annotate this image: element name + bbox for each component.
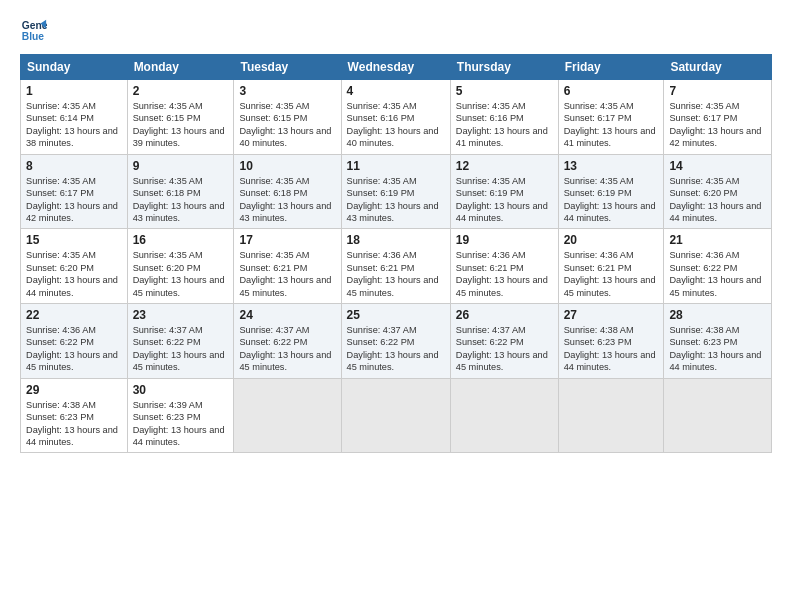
day-info: Sunrise: 4:35 AMSunset: 6:18 PMDaylight:…	[239, 175, 335, 225]
day-info: Sunrise: 4:38 AMSunset: 6:23 PMDaylight:…	[564, 324, 659, 374]
day-number: 3	[239, 84, 335, 98]
day-number: 27	[564, 308, 659, 322]
calendar-table: Sunday Monday Tuesday Wednesday Thursday…	[20, 54, 772, 453]
table-row: 25 Sunrise: 4:37 AMSunset: 6:22 PMDaylig…	[341, 304, 450, 379]
svg-text:Blue: Blue	[22, 31, 45, 42]
day-number: 9	[133, 159, 229, 173]
day-number: 29	[26, 383, 122, 397]
day-number: 10	[239, 159, 335, 173]
day-info: Sunrise: 4:38 AMSunset: 6:23 PMDaylight:…	[669, 324, 766, 374]
table-row: 20 Sunrise: 4:36 AMSunset: 6:21 PMDaylig…	[558, 229, 664, 304]
page: General Blue Sunday Monday Tuesday Wedne…	[0, 0, 792, 612]
empty-cell	[450, 378, 558, 453]
day-info: Sunrise: 4:36 AMSunset: 6:21 PMDaylight:…	[347, 249, 445, 299]
col-saturday: Saturday	[664, 55, 772, 80]
day-info: Sunrise: 4:35 AMSunset: 6:21 PMDaylight:…	[239, 249, 335, 299]
day-number: 12	[456, 159, 553, 173]
empty-cell	[664, 378, 772, 453]
day-number: 28	[669, 308, 766, 322]
day-info: Sunrise: 4:35 AMSunset: 6:19 PMDaylight:…	[564, 175, 659, 225]
day-info: Sunrise: 4:35 AMSunset: 6:20 PMDaylight:…	[669, 175, 766, 225]
col-thursday: Thursday	[450, 55, 558, 80]
day-info: Sunrise: 4:35 AMSunset: 6:19 PMDaylight:…	[347, 175, 445, 225]
table-row: 8 Sunrise: 4:35 AMSunset: 6:17 PMDayligh…	[21, 154, 128, 229]
table-row: 30 Sunrise: 4:39 AMSunset: 6:23 PMDaylig…	[127, 378, 234, 453]
table-row: 2 Sunrise: 4:35 AMSunset: 6:15 PMDayligh…	[127, 80, 234, 155]
day-number: 16	[133, 233, 229, 247]
day-info: Sunrise: 4:36 AMSunset: 6:22 PMDaylight:…	[26, 324, 122, 374]
day-number: 24	[239, 308, 335, 322]
day-number: 30	[133, 383, 229, 397]
day-info: Sunrise: 4:35 AMSunset: 6:18 PMDaylight:…	[133, 175, 229, 225]
day-info: Sunrise: 4:35 AMSunset: 6:15 PMDaylight:…	[133, 100, 229, 150]
col-wednesday: Wednesday	[341, 55, 450, 80]
table-row: 26 Sunrise: 4:37 AMSunset: 6:22 PMDaylig…	[450, 304, 558, 379]
table-row: 28 Sunrise: 4:38 AMSunset: 6:23 PMDaylig…	[664, 304, 772, 379]
calendar-week-row: 15 Sunrise: 4:35 AMSunset: 6:20 PMDaylig…	[21, 229, 772, 304]
table-row: 15 Sunrise: 4:35 AMSunset: 6:20 PMDaylig…	[21, 229, 128, 304]
day-info: Sunrise: 4:35 AMSunset: 6:20 PMDaylight:…	[26, 249, 122, 299]
day-number: 8	[26, 159, 122, 173]
day-info: Sunrise: 4:35 AMSunset: 6:16 PMDaylight:…	[456, 100, 553, 150]
day-number: 4	[347, 84, 445, 98]
table-row: 24 Sunrise: 4:37 AMSunset: 6:22 PMDaylig…	[234, 304, 341, 379]
table-row: 12 Sunrise: 4:35 AMSunset: 6:19 PMDaylig…	[450, 154, 558, 229]
table-row: 6 Sunrise: 4:35 AMSunset: 6:17 PMDayligh…	[558, 80, 664, 155]
day-number: 20	[564, 233, 659, 247]
day-info: Sunrise: 4:37 AMSunset: 6:22 PMDaylight:…	[239, 324, 335, 374]
day-info: Sunrise: 4:37 AMSunset: 6:22 PMDaylight:…	[133, 324, 229, 374]
day-number: 7	[669, 84, 766, 98]
day-info: Sunrise: 4:36 AMSunset: 6:21 PMDaylight:…	[564, 249, 659, 299]
table-row: 21 Sunrise: 4:36 AMSunset: 6:22 PMDaylig…	[664, 229, 772, 304]
day-info: Sunrise: 4:35 AMSunset: 6:17 PMDaylight:…	[26, 175, 122, 225]
table-row: 7 Sunrise: 4:35 AMSunset: 6:17 PMDayligh…	[664, 80, 772, 155]
day-number: 21	[669, 233, 766, 247]
calendar-week-row: 8 Sunrise: 4:35 AMSunset: 6:17 PMDayligh…	[21, 154, 772, 229]
table-row: 4 Sunrise: 4:35 AMSunset: 6:16 PMDayligh…	[341, 80, 450, 155]
day-info: Sunrise: 4:36 AMSunset: 6:21 PMDaylight:…	[456, 249, 553, 299]
day-number: 17	[239, 233, 335, 247]
table-row: 16 Sunrise: 4:35 AMSunset: 6:20 PMDaylig…	[127, 229, 234, 304]
day-number: 5	[456, 84, 553, 98]
day-info: Sunrise: 4:35 AMSunset: 6:16 PMDaylight:…	[347, 100, 445, 150]
day-info: Sunrise: 4:39 AMSunset: 6:23 PMDaylight:…	[133, 399, 229, 449]
day-info: Sunrise: 4:35 AMSunset: 6:14 PMDaylight:…	[26, 100, 122, 150]
empty-cell	[234, 378, 341, 453]
day-number: 2	[133, 84, 229, 98]
day-number: 14	[669, 159, 766, 173]
table-row: 17 Sunrise: 4:35 AMSunset: 6:21 PMDaylig…	[234, 229, 341, 304]
table-row: 19 Sunrise: 4:36 AMSunset: 6:21 PMDaylig…	[450, 229, 558, 304]
empty-cell	[558, 378, 664, 453]
day-number: 11	[347, 159, 445, 173]
day-number: 1	[26, 84, 122, 98]
day-number: 6	[564, 84, 659, 98]
header: General Blue	[20, 16, 772, 44]
day-info: Sunrise: 4:35 AMSunset: 6:17 PMDaylight:…	[669, 100, 766, 150]
col-tuesday: Tuesday	[234, 55, 341, 80]
logo: General Blue	[20, 16, 48, 44]
table-row: 3 Sunrise: 4:35 AMSunset: 6:15 PMDayligh…	[234, 80, 341, 155]
col-monday: Monday	[127, 55, 234, 80]
day-info: Sunrise: 4:37 AMSunset: 6:22 PMDaylight:…	[347, 324, 445, 374]
day-info: Sunrise: 4:35 AMSunset: 6:19 PMDaylight:…	[456, 175, 553, 225]
day-info: Sunrise: 4:37 AMSunset: 6:22 PMDaylight:…	[456, 324, 553, 374]
table-row: 1 Sunrise: 4:35 AMSunset: 6:14 PMDayligh…	[21, 80, 128, 155]
day-number: 26	[456, 308, 553, 322]
calendar-week-row: 29 Sunrise: 4:38 AMSunset: 6:23 PMDaylig…	[21, 378, 772, 453]
day-number: 18	[347, 233, 445, 247]
table-row: 18 Sunrise: 4:36 AMSunset: 6:21 PMDaylig…	[341, 229, 450, 304]
day-info: Sunrise: 4:35 AMSunset: 6:17 PMDaylight:…	[564, 100, 659, 150]
empty-cell	[341, 378, 450, 453]
day-number: 19	[456, 233, 553, 247]
day-number: 15	[26, 233, 122, 247]
col-friday: Friday	[558, 55, 664, 80]
day-number: 22	[26, 308, 122, 322]
day-number: 23	[133, 308, 229, 322]
day-number: 13	[564, 159, 659, 173]
day-info: Sunrise: 4:35 AMSunset: 6:20 PMDaylight:…	[133, 249, 229, 299]
table-row: 23 Sunrise: 4:37 AMSunset: 6:22 PMDaylig…	[127, 304, 234, 379]
day-info: Sunrise: 4:38 AMSunset: 6:23 PMDaylight:…	[26, 399, 122, 449]
day-info: Sunrise: 4:36 AMSunset: 6:22 PMDaylight:…	[669, 249, 766, 299]
logo-icon: General Blue	[20, 16, 48, 44]
table-row: 13 Sunrise: 4:35 AMSunset: 6:19 PMDaylig…	[558, 154, 664, 229]
